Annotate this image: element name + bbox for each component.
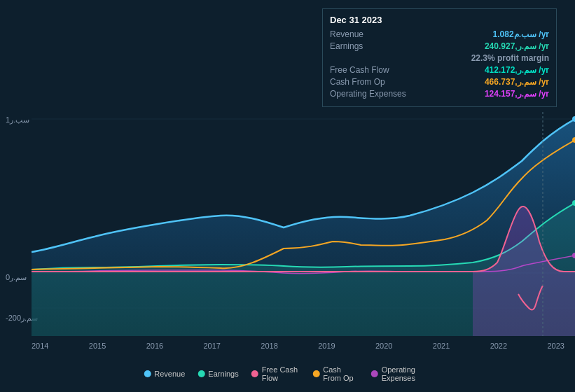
chart-container: Dec 31 2023 Revenue 1.082سب.م /yr Earnin… [0, 0, 575, 392]
x-label-2017: 2017 [203, 342, 220, 350]
x-label-2016: 2016 [146, 342, 163, 350]
tooltip-row-profit-margin: 22.3% profit margin [330, 53, 549, 63]
tooltip-value-profit-margin: 22.3% profit margin [471, 53, 549, 63]
x-label-2018: 2018 [261, 342, 277, 350]
y-label-1b: 1سب.ر [6, 115, 29, 125]
tooltip-row-revenue: Revenue 1.082سب.م /yr [330, 29, 549, 39]
tooltip-row-fcf: Free Cash Flow 412.172,سم.ر /yr [330, 65, 549, 75]
legend-dot-cashfromop [312, 370, 319, 377]
tooltip-label-opex: Operating Expenses [330, 89, 406, 99]
chart-legend: Revenue Earnings Free Cash Flow Cash Fro… [144, 365, 431, 382]
tooltip-value-earnings: 240.927,سم.ر /yr [485, 41, 549, 51]
legend-label-fcf: Free Cash Flow [262, 365, 300, 382]
tooltip-value-cashfromop: 466.737,سم.ر /yr [485, 77, 549, 87]
x-label-2022: 2022 [490, 342, 507, 350]
legend-item-cashfromop[interactable]: Cash From Op [312, 365, 358, 382]
tooltip-value-fcf: 412.172,سم.ر /yr [485, 65, 549, 75]
legend-label-revenue: Revenue [154, 370, 185, 378]
tooltip-label-earnings: Earnings [330, 41, 363, 51]
chart-svg [32, 112, 575, 336]
x-label-2019: 2019 [318, 342, 335, 350]
tooltip-label-revenue: Revenue [330, 29, 363, 39]
legend-label-earnings: Earnings [208, 370, 238, 378]
legend-item-fcf[interactable]: Free Cash Flow [251, 365, 300, 382]
legend-dot-opex [371, 370, 378, 377]
legend-item-earnings[interactable]: Earnings [198, 370, 238, 378]
y-label-0: 0سم.ر [6, 273, 27, 282]
x-axis-labels: 2014 2015 2016 2017 2018 2019 2020 2021 … [32, 342, 564, 350]
x-label-2020: 2020 [375, 342, 392, 350]
x-label-2015: 2015 [89, 342, 106, 350]
legend-label-opex: Operating Expenses [382, 365, 431, 382]
tooltip-box: Dec 31 2023 Revenue 1.082سب.م /yr Earnin… [322, 8, 557, 107]
legend-label-cashfromop: Cash From Op [323, 365, 358, 382]
tooltip-row-cashfromop: Cash From Op 466.737,سم.ر /yr [330, 77, 549, 87]
tooltip-value-opex: 124.157,سم.ر /yr [485, 89, 549, 99]
legend-dot-fcf [251, 370, 258, 377]
tooltip-label-fcf: Free Cash Flow [330, 65, 389, 75]
tooltip-label-cashfromop: Cash From Op [330, 77, 385, 87]
legend-dot-earnings [198, 370, 205, 377]
tooltip-value-revenue: 1.082سب.م /yr [493, 29, 549, 39]
legend-item-opex[interactable]: Operating Expenses [371, 365, 431, 382]
x-label-2014: 2014 [32, 342, 48, 350]
x-label-2021: 2021 [433, 342, 450, 350]
legend-dot-revenue [144, 370, 151, 377]
tooltip-row-earnings: Earnings 240.927,سم.ر /yr [330, 41, 549, 51]
legend-item-revenue[interactable]: Revenue [144, 370, 185, 378]
x-label-2023: 2023 [547, 342, 564, 350]
tooltip-row-opex: Operating Expenses 124.157,سم.ر /yr [330, 89, 549, 99]
tooltip-date: Dec 31 2023 [330, 15, 549, 25]
